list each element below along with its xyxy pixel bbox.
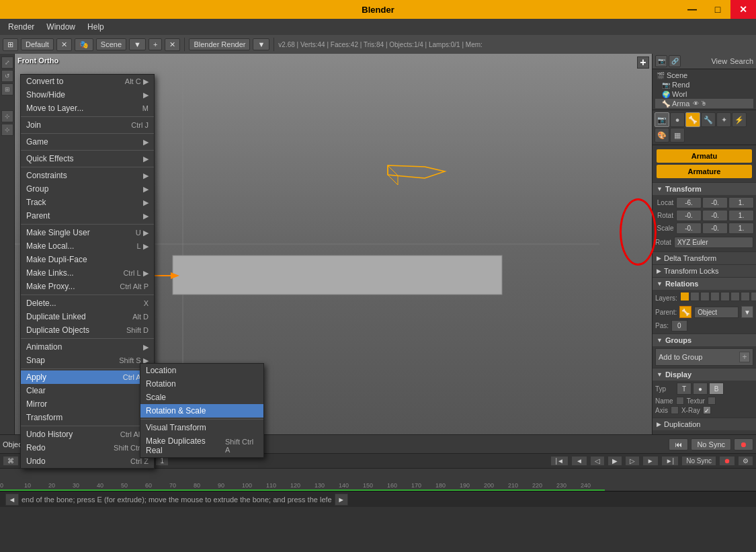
record-btn[interactable]: ⏺ bbox=[734, 438, 753, 450]
lt-transform[interactable]: ⤢ bbox=[1, 56, 13, 69]
status-prev-btn[interactable]: ◄ bbox=[5, 494, 19, 506]
tl-prev-key[interactable]: ◄ bbox=[571, 456, 587, 466]
layer-4[interactable] bbox=[710, 292, 720, 301]
close-button[interactable]: ✕ bbox=[730, 0, 756, 19]
scl-x[interactable]: -0. bbox=[676, 223, 702, 234]
rp-icon2[interactable]: 🔗 bbox=[669, 55, 681, 67]
scene-add-btn[interactable]: + bbox=[149, 38, 162, 50]
ctx-track[interactable]: Track ▶ bbox=[21, 196, 154, 209]
ctx2-make-duplicates[interactable]: Make Duplicates Real Shift Ctrl A bbox=[140, 434, 263, 457]
ctx-make-single[interactable]: Make Single User U ▶ bbox=[21, 226, 154, 239]
transform-locks-section[interactable]: ▶ Transform Locks bbox=[653, 264, 756, 277]
prop-icon-tex[interactable]: ▦ bbox=[670, 128, 685, 143]
tl-next-frame[interactable]: ▷ bbox=[625, 456, 640, 466]
scene-icon-btn[interactable]: 🎭 bbox=[75, 38, 93, 51]
ctx-undo[interactable]: Undo Ctrl Z bbox=[21, 455, 154, 468]
ctx2-scale[interactable]: Scale bbox=[140, 391, 263, 404]
menu-window[interactable]: Window bbox=[41, 21, 81, 33]
tl-play[interactable]: ▶ bbox=[607, 456, 622, 466]
minimize-button[interactable]: — bbox=[679, 0, 705, 19]
texture-checkbox[interactable] bbox=[708, 397, 716, 405]
ctx-constraints[interactable]: Constraints ▶ bbox=[21, 169, 154, 182]
relations-section-header[interactable]: ▼ Relations bbox=[653, 277, 756, 290]
prop-icon-orange[interactable]: 🦴 bbox=[685, 112, 700, 127]
ctx-show-hide[interactable]: Show/Hide ▶ bbox=[21, 88, 154, 102]
layer-6[interactable] bbox=[730, 292, 740, 301]
ctx-dup-linked[interactable]: Duplicate Linked Alt D bbox=[21, 310, 154, 323]
parent-val[interactable]: Object bbox=[694, 307, 739, 318]
search-label[interactable]: Search bbox=[730, 57, 753, 65]
menu-render[interactable]: Render bbox=[3, 21, 40, 33]
axis-checkbox[interactable] bbox=[671, 406, 679, 414]
name-checkbox[interactable] bbox=[676, 397, 684, 405]
type-icon-b[interactable]: B bbox=[709, 383, 724, 395]
ctx2-rotation[interactable]: Rotation bbox=[140, 377, 263, 391]
ctx-dup-objects[interactable]: Duplicate Objects Shift D bbox=[21, 323, 154, 337]
add-to-group-btn[interactable]: Add to Group + bbox=[655, 348, 753, 366]
timeline-body[interactable]: 0 10 20 30 40 50 60 70 80 90 100 110 120… bbox=[0, 469, 756, 491]
type-icon-t[interactable]: T bbox=[677, 383, 691, 395]
ctx-make-links[interactable]: Make Links... Ctrl L ▶ bbox=[21, 266, 154, 280]
render-engine-arrow[interactable]: ▼ bbox=[253, 38, 269, 50]
tl-keytype-btn[interactable]: ⌘ bbox=[3, 456, 19, 466]
layout-name-btn[interactable]: Default bbox=[21, 38, 54, 50]
ctx-make-proxy[interactable]: Make Proxy... Ctrl Alt P bbox=[21, 280, 154, 293]
ctx-parent[interactable]: Parent ▶ bbox=[21, 209, 154, 223]
delta-transform-section[interactable]: ▶ Delta Transform bbox=[653, 251, 756, 264]
tl-extra-btn[interactable]: ⚙ bbox=[738, 456, 753, 466]
ctx-move-to-layer[interactable]: Move to Layer... M bbox=[21, 102, 154, 115]
tree-scene[interactable]: 🎬 Scene bbox=[655, 71, 753, 80]
rp-icon1[interactable]: 📷 bbox=[655, 55, 667, 67]
scl-y[interactable]: -0. bbox=[702, 223, 728, 234]
rot-x[interactable]: -0. bbox=[676, 210, 702, 221]
loc-x[interactable]: -6. bbox=[676, 197, 702, 208]
layer-8[interactable] bbox=[751, 292, 756, 301]
ctx2-location[interactable]: Location bbox=[140, 364, 263, 377]
tl-sync-btn[interactable]: No Sync bbox=[681, 456, 716, 466]
ctx-delete[interactable]: Delete... X bbox=[21, 297, 154, 310]
status-next-btn[interactable]: ► bbox=[335, 494, 348, 506]
ctx-undo-history[interactable]: Undo History Ctrl Alt Z bbox=[21, 428, 154, 441]
ctx-make-local[interactable]: Make Local... L ▶ bbox=[21, 239, 154, 253]
loc-z[interactable]: 1. bbox=[728, 197, 754, 208]
ctx2-visual-transform[interactable]: Visual Transform bbox=[140, 421, 263, 434]
ctx-game[interactable]: Game ▶ bbox=[21, 135, 154, 149]
scl-z[interactable]: 1. bbox=[728, 223, 754, 234]
layer-2[interactable] bbox=[690, 292, 700, 301]
ctx-animation[interactable]: Animation ▶ bbox=[21, 340, 154, 354]
tl-record-btn[interactable]: ⏺ bbox=[719, 456, 735, 466]
add-plus-btn[interactable]: + bbox=[637, 56, 649, 69]
rot-z[interactable]: 1. bbox=[728, 210, 754, 221]
rot-y[interactable]: -0. bbox=[702, 210, 728, 221]
xray-checkbox[interactable] bbox=[703, 406, 711, 414]
tl-prev-frame[interactable]: ◁ bbox=[590, 456, 605, 466]
render-engine-btn[interactable]: Blender Render bbox=[189, 38, 250, 50]
prop-icon-phys[interactable]: ⚡ bbox=[732, 112, 747, 127]
tl-skip-end[interactable]: ►| bbox=[661, 456, 679, 466]
scene-arrow-btn[interactable]: ▼ bbox=[129, 38, 146, 50]
ctx-transform[interactable]: Transform ▶ bbox=[21, 411, 154, 424]
menu-help[interactable]: Help bbox=[82, 21, 110, 33]
tl-skip-start[interactable]: |◄ bbox=[550, 456, 569, 466]
ctx-quick-effects[interactable]: Quick Effects ▶ bbox=[21, 152, 154, 165]
armature-btn[interactable]: Armature bbox=[657, 165, 752, 178]
parent-dropdown[interactable]: ▼ bbox=[741, 306, 753, 318]
scene-name-btn[interactable]: Scene bbox=[96, 38, 126, 50]
timeline-icons[interactable]: ⏮ bbox=[669, 438, 688, 450]
ctx-make-dupli[interactable]: Make Dupli-Face bbox=[21, 253, 154, 266]
tree-armature[interactable]: 🦴 Arma 👁 🖱 bbox=[655, 99, 753, 108]
layer-3[interactable] bbox=[700, 292, 710, 301]
layout-mode-btn[interactable]: ⊞ bbox=[3, 38, 18, 51]
ctx-convert-to[interactable]: Convert to Alt C ▶ bbox=[21, 75, 154, 88]
display-section-header[interactable]: ▼ Display bbox=[653, 368, 756, 381]
ctx-redo[interactable]: Redo Shift Ctrl Z bbox=[21, 441, 154, 455]
prop-icon-obj[interactable]: ● bbox=[670, 112, 685, 127]
toolbar-x-btn[interactable]: ✕ bbox=[56, 38, 72, 51]
nosync-btn[interactable]: No Sync bbox=[691, 438, 731, 450]
layer-5[interactable] bbox=[720, 292, 730, 301]
ctx-join[interactable]: Join Ctrl J bbox=[21, 118, 154, 132]
duplication-section[interactable]: ▶ Duplication bbox=[653, 418, 756, 430]
layer-1[interactable] bbox=[680, 292, 689, 301]
type-icon-circle[interactable]: ● bbox=[693, 383, 708, 395]
lt-tool1[interactable]: ⊹ bbox=[1, 110, 13, 122]
